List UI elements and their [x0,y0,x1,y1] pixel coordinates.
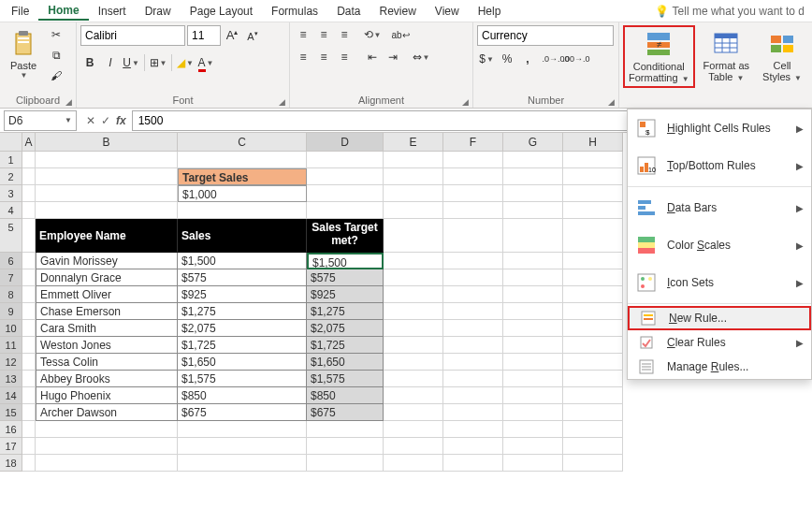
dialog-launcher-icon[interactable]: ◢ [608,97,615,107]
row-header-5[interactable]: 5 [0,219,22,253]
cell-A[interactable] [22,337,36,354]
cell-C[interactable] [178,455,307,472]
font-size-select[interactable] [187,25,221,46]
number-format-select[interactable] [477,25,614,46]
cell-B[interactable]: Abbey Brooks [36,371,178,387]
row-header-15[interactable]: 15 [0,404,22,421]
dialog-launcher-icon[interactable]: ◢ [65,97,72,107]
merge-button[interactable]: ⇔▼ [412,48,430,66]
cell-D[interactable] [307,202,384,219]
cell-D[interactable]: $1,275 [307,303,384,320]
cell-D[interactable] [307,421,384,438]
cell-C[interactable]: Sales [178,219,307,253]
cell-D[interactable] [307,168,384,185]
cell-D[interactable]: $1,500 [307,253,384,269]
row-header-1[interactable]: 1 [0,152,22,168]
cell-F[interactable] [443,371,503,387]
bold-button[interactable]: B [80,53,99,72]
cell-G[interactable] [503,354,563,371]
row-header-14[interactable]: 14 [0,387,22,404]
row-header-2[interactable]: 2 [0,168,22,185]
cell-B[interactable] [36,202,178,219]
cell-E[interactable] [384,286,443,303]
enter-formula-button[interactable]: ✓ [101,114,110,127]
format-as-table-button[interactable]: Format asTable ▼ [699,25,755,86]
align-middle-button[interactable]: ≡ [314,25,333,44]
cell-H[interactable] [563,421,623,438]
cell-D[interactable]: Sales Target met? [307,219,384,253]
row-header-10[interactable]: 10 [0,320,22,337]
cell-E[interactable] [384,455,443,472]
align-left-button[interactable]: ≡ [294,48,312,66]
column-header-F[interactable]: F [443,133,503,152]
cell-H[interactable] [563,286,623,303]
cell-E[interactable] [384,404,443,421]
cell-A[interactable] [22,269,36,286]
cell-G[interactable] [503,269,563,286]
menu-help[interactable]: Help [469,3,511,20]
dialog-launcher-icon[interactable]: ◢ [462,97,469,107]
cell-G[interactable] [503,303,563,320]
paste-button[interactable]: Paste ▼ [4,25,43,82]
menu-color-scales[interactable]: Color Scales ▶ [628,226,811,264]
cell-H[interactable] [563,438,623,455]
cell-E[interactable] [384,202,443,219]
wrap-text-button[interactable]: ab↩ [391,25,410,44]
column-header-E[interactable]: E [384,133,443,152]
cell-F[interactable] [443,286,503,303]
row-header-16[interactable]: 16 [0,421,22,438]
cell-A[interactable] [22,354,36,371]
cell-H[interactable] [563,253,623,269]
cell-E[interactable] [384,438,443,455]
cell-B[interactable]: Employee Name [36,219,178,253]
cell-H[interactable] [563,387,623,404]
conditional-formatting-button[interactable]: ≠ ConditionalFormatting ▼ [623,25,695,88]
cell-C[interactable]: $675 [178,404,307,421]
font-color-button[interactable]: A▼ [196,53,215,72]
cell-C[interactable]: $1,275 [178,303,307,320]
align-right-button[interactable]: ≡ [335,48,354,66]
cell-G[interactable] [503,337,563,354]
cell-A[interactable] [22,320,36,337]
align-center-button[interactable]: ≡ [314,48,333,66]
row-header-12[interactable]: 12 [0,354,22,371]
cell-B[interactable]: Gavin Morissey [36,253,178,269]
cell-A[interactable] [22,371,36,387]
font-name-select[interactable] [80,25,185,46]
cell-F[interactable] [443,303,503,320]
accounting-button[interactable]: $▼ [477,50,496,68]
cell-G[interactable] [503,168,563,185]
cell-C[interactable]: $1,650 [178,354,307,371]
column-header-G[interactable]: G [503,133,563,152]
cell-D[interactable]: $2,075 [307,320,384,337]
cell-B[interactable]: Hugo Phoenix [36,387,178,404]
tell-me-search[interactable]: 💡 Tell me what you want to d [649,5,810,18]
comma-button[interactable]: , [518,50,537,68]
cell-C[interactable]: $1,575 [178,371,307,387]
cell-H[interactable] [563,337,623,354]
cell-A[interactable] [22,253,36,269]
cell-B[interactable] [36,455,178,472]
cut-button[interactable]: ✂ [47,25,65,44]
cell-A[interactable] [22,286,36,303]
format-painter-button[interactable]: 🖌 [47,66,65,85]
cell-F[interactable] [443,168,503,185]
cell-D[interactable]: $575 [307,269,384,286]
cell-B[interactable] [36,185,178,202]
cell-H[interactable] [563,269,623,286]
cell-A[interactable] [22,185,36,202]
cell-C[interactable] [178,152,307,168]
cell-D[interactable] [307,438,384,455]
fx-button[interactable]: fx [116,114,126,127]
cell-E[interactable] [384,371,443,387]
cell-B[interactable]: Chase Emerson [36,303,178,320]
cell-G[interactable] [503,438,563,455]
cell-E[interactable] [384,152,443,168]
cell-C[interactable]: $1,500 [178,253,307,269]
increase-indent-button[interactable]: ⇥ [384,48,402,66]
cell-A[interactable] [22,455,36,472]
cell-G[interactable] [503,253,563,269]
cell-C[interactable]: $1,000 [178,185,307,202]
cell-G[interactable] [503,219,563,253]
align-bottom-button[interactable]: ≡ [335,25,354,44]
